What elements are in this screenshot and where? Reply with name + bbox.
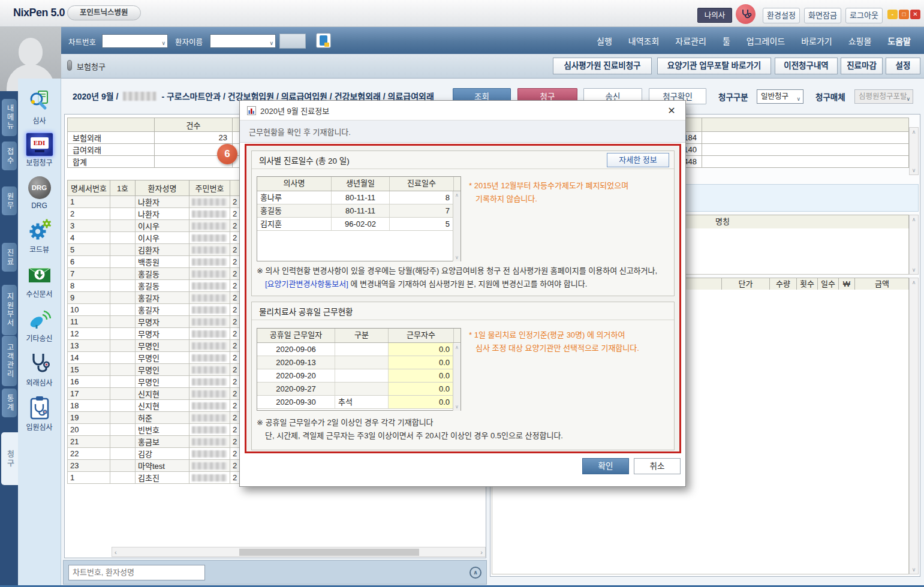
patient-row[interactable]: 9 홍길자 2 (68, 292, 240, 304)
patient-row[interactable]: 21 홍금보 2 (68, 436, 240, 448)
patient-row[interactable]: 10 홍길자 2 (68, 304, 240, 316)
sidebar-tab-admin[interactable]: 원무 (2, 186, 17, 215)
patient-table-hscrollbar[interactable]: ‹ › (112, 547, 486, 557)
patient-row[interactable]: 14 무명인 2 (68, 352, 240, 364)
settings-button[interactable]: 환경설정 (763, 8, 800, 23)
patient-row[interactable]: 1 나환자 2 (68, 196, 240, 208)
patient-row[interactable]: 22 김강 2 (68, 448, 240, 460)
claim-type-select[interactable]: 일반청구∨ (757, 89, 803, 104)
previous-claims-button[interactable]: 이전청구내역 (775, 58, 838, 74)
logout-button[interactable]: 로그아웃 (845, 8, 883, 23)
blank-button[interactable] (279, 34, 306, 49)
messenger-icon[interactable] (316, 33, 331, 48)
doctor-row[interactable]: 홍길동 80-11-11 7 (257, 204, 461, 218)
item-name-scrollbar[interactable]: ∧∨ (909, 215, 919, 275)
worker-count-input[interactable]: 0.0 (389, 396, 454, 408)
user-button[interactable]: 나의사 (697, 8, 732, 23)
claim-media-select[interactable]: 심평원청구포탈∨ (854, 89, 913, 104)
sidebar-item-simsa[interactable]: 심사 (26, 88, 53, 125)
window-maximize-button[interactable]: □ (899, 10, 909, 19)
sidebar-tab-treatment[interactable]: 진료 (2, 243, 17, 272)
menu-run[interactable]: 실행 (597, 35, 612, 47)
doctor-row[interactable]: 홍나루 80-11-11 8 (257, 191, 461, 204)
stethoscope-icon[interactable] (736, 4, 756, 24)
holiday-row[interactable]: 2020-09-13 0.0 (257, 356, 461, 369)
patient-row[interactable]: 13 무명인 2 (68, 340, 240, 352)
doctor-row[interactable]: 김지훈 96-02-02 5 (257, 218, 461, 231)
patient-row[interactable]: 19 허준 2 (68, 412, 240, 424)
chart-no-combobox[interactable]: ∨ (102, 34, 168, 48)
patient-row[interactable]: 11 무명자 2 (68, 316, 240, 328)
holiday-table-scrollbar[interactable]: ∧∨ (453, 344, 461, 411)
patient-name-combobox[interactable]: ∨ (210, 34, 276, 48)
patient-row[interactable]: 2 나환자 2 (68, 208, 240, 220)
patient-row[interactable]: 3 이시우 2 (68, 220, 240, 232)
sidebar-tab-claim[interactable]: 청구 (1, 432, 18, 485)
sidebar-item-received-docs[interactable]: 수신문서 (26, 261, 53, 299)
closing-button[interactable]: 진료마감 (841, 58, 883, 74)
menu-data[interactable]: 자료관리 (675, 35, 706, 47)
window-minimize-button[interactable]: - (887, 10, 898, 19)
collapse-up-icon[interactable]: ∧ (469, 567, 481, 579)
detail-info-button[interactable]: 자세한 정보 (607, 153, 669, 167)
portal-shortcut-button[interactable]: 요양기관 업무포탈 바로가기 (657, 58, 771, 74)
patient-row[interactable]: 8 홍길동 2 (68, 280, 240, 292)
patient-row[interactable]: 1 김초진 2 (68, 472, 240, 484)
detail-scrollbar[interactable]: ∧∨ (909, 278, 919, 574)
sidebar-item-insurance-claim[interactable]: EDI 보험청구 (26, 133, 53, 167)
chevron-down-icon: ∨ (161, 37, 165, 50)
menu-upgrade[interactable]: 업그레이드 (747, 35, 785, 47)
sidebar-item-codeview[interactable]: 코드뷰 (26, 217, 53, 254)
confirm-button[interactable]: 확인 (582, 458, 629, 474)
patient-row[interactable]: 20 빈번호 2 (68, 424, 240, 436)
patient-row[interactable]: 23 마약test 2 (68, 460, 240, 472)
patient-row[interactable]: 6 백종원 2 (68, 256, 240, 268)
scroll-right-arrow[interactable]: › (480, 549, 483, 556)
close-icon[interactable]: ✕ (665, 105, 678, 116)
hira-claim-button[interactable]: 심사평가원 진료비청구 (553, 58, 652, 74)
patient-row[interactable]: 4 이시우 2 (68, 232, 240, 244)
worker-count-input[interactable]: 0.0 (389, 343, 454, 356)
settings-button[interactable]: 설정 (886, 58, 920, 74)
menu-history[interactable]: 내역조회 (628, 35, 660, 47)
patient-row[interactable]: 18 신지현 2 (68, 400, 240, 412)
scroll-left-arrow[interactable]: ‹ (115, 549, 117, 556)
holiday-row[interactable]: 2020-09-27 0.0 (257, 383, 461, 396)
window-close-button[interactable]: ✕ (910, 10, 920, 19)
sidebar-tab-support[interactable]: 지원부서 (2, 285, 17, 335)
menu-shortcut[interactable]: 바로가기 (801, 35, 832, 47)
change-report-link[interactable]: [요양기관변경사항통보서] (265, 279, 348, 288)
quick-search-input[interactable] (68, 565, 205, 580)
menu-tools[interactable]: 툴 (723, 35, 730, 47)
worker-count-input[interactable]: 0.0 (389, 356, 454, 369)
doctor-table-scrollbar[interactable]: ∧∨ (453, 191, 461, 261)
patient-row[interactable]: 16 무명인 2 (68, 376, 240, 388)
sidebar-tab-reception[interactable]: 접수 (2, 142, 17, 170)
worker-count-input[interactable]: 0.0 (389, 383, 454, 395)
sidebar-tab-crm[interactable]: 고객관리 (2, 336, 17, 386)
worker-count-input[interactable]: 0.0 (389, 369, 454, 382)
cancel-button[interactable]: 취소 (634, 458, 681, 474)
summary-scrollbar[interactable]: ∧∨ (909, 127, 919, 175)
sidebar-tab-mymenu[interactable]: 내메뉴 (2, 99, 17, 136)
sidebar-item-outpatient-review[interactable]: 외래심사 (26, 350, 53, 387)
sidebar-item-drg[interactable]: DRG DRG (26, 174, 53, 210)
patient-table-header: 명세서번호 1호 환자성명 주민번호 (68, 180, 240, 196)
holiday-row[interactable]: 2020-09-30 추석 0.0 (257, 396, 461, 409)
holiday-row[interactable]: 2020-09-06 0.0 (257, 343, 461, 356)
holiday-work-title: 물리치료사 공휴일 근무현황 (259, 305, 353, 317)
sidebar-item-other-send[interactable]: 기타송신 (26, 306, 53, 343)
screen-lock-button[interactable]: 화면잠금 (804, 8, 841, 23)
patient-row[interactable]: 15 무명인 2 (68, 364, 240, 376)
holiday-row[interactable]: 2020-09-20 0.0 (257, 369, 461, 383)
patient-row[interactable]: 7 홍길동 2 (68, 268, 240, 280)
scroll-thumb[interactable] (239, 549, 419, 556)
sidebar-item-inpatient-review[interactable]: 입원심사 (26, 395, 53, 432)
patient-row[interactable]: 5 김환자 2 (68, 244, 240, 256)
patient-row[interactable]: 12 무명자 2 (68, 328, 240, 340)
patient-row[interactable]: 17 신지현 2 (68, 388, 240, 400)
hospital-tab[interactable]: 포인트닉스병원 (67, 5, 141, 20)
sidebar-tab-stats[interactable]: 통계 (2, 389, 17, 417)
menu-help[interactable]: 도움말 (887, 35, 911, 47)
menu-shop[interactable]: 쇼핑몰 (848, 35, 872, 47)
